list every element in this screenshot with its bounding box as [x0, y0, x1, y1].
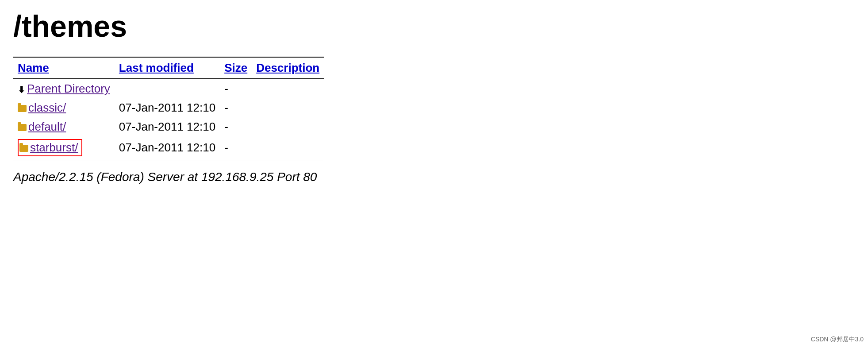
col-description[interactable]: Description — [252, 57, 324, 79]
entry-name-cell: starburst/ — [13, 136, 115, 159]
col-size[interactable]: Size — [220, 57, 252, 79]
entry-desc-cell — [252, 98, 324, 117]
back-arrow-icon: ⬆ — [18, 84, 25, 95]
folder-icon — [19, 145, 28, 152]
desc-sort-link[interactable]: Description — [256, 61, 319, 74]
highlighted-entry: starburst/ — [18, 139, 82, 156]
entry-size-cell: - — [220, 98, 252, 117]
footer-text: Apache/2.2.15 (Fedora) Server at 192.168… — [13, 170, 855, 184]
entry-size-cell: - — [220, 117, 252, 136]
table-row: default/07-Jan-2011 12:10- — [13, 117, 324, 136]
directory-table: Name Last modified Size Description ⬆Par… — [13, 57, 324, 159]
bottom-divider — [13, 161, 323, 161]
entry-link[interactable]: starburst/ — [30, 141, 78, 154]
entry-desc-cell — [252, 79, 324, 98]
table-row: ⬆Parent Directory- — [13, 79, 324, 98]
entry-size-cell: - — [220, 136, 252, 159]
entry-name-cell: classic/ — [13, 98, 115, 117]
watermark: CSDN @邦居中3.0 — [811, 336, 864, 344]
entry-modified-cell: 07-Jan-2011 12:10 — [115, 98, 220, 117]
entry-link[interactable]: default/ — [28, 120, 66, 133]
name-sort-link[interactable]: Name — [18, 61, 49, 74]
table-row: starburst/07-Jan-2011 12:10- — [13, 136, 324, 159]
entry-name-cell: default/ — [13, 117, 115, 136]
entry-name-cell: ⬆Parent Directory — [13, 79, 115, 98]
entry-desc-cell — [252, 136, 324, 159]
entry-modified-cell — [115, 79, 220, 98]
entry-modified-cell: 07-Jan-2011 12:10 — [115, 136, 220, 159]
entry-link[interactable]: Parent Directory — [27, 82, 110, 95]
size-sort-link[interactable]: Size — [224, 61, 247, 74]
col-name[interactable]: Name — [13, 57, 115, 79]
folder-icon — [18, 124, 27, 131]
entry-link[interactable]: classic/ — [28, 101, 66, 114]
table-row: classic/07-Jan-2011 12:10- — [13, 98, 324, 117]
page-title: /themes — [13, 9, 855, 43]
entry-modified-cell: 07-Jan-2011 12:10 — [115, 117, 220, 136]
folder-icon — [18, 105, 27, 112]
entry-size-cell: - — [220, 79, 252, 98]
modified-sort-link[interactable]: Last modified — [119, 61, 194, 74]
entry-desc-cell — [252, 117, 324, 136]
col-last-modified[interactable]: Last modified — [115, 57, 220, 79]
